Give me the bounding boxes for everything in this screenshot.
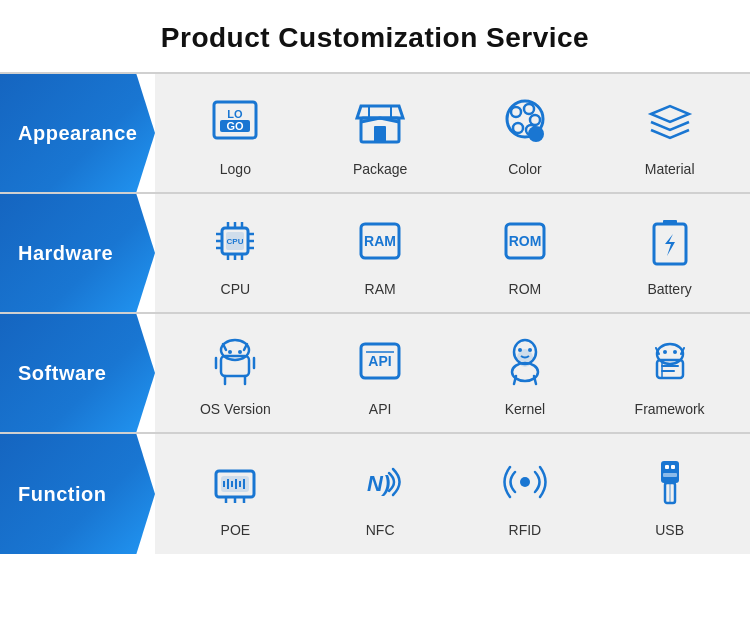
main-grid: Appearance LO GO Logo	[0, 72, 750, 554]
svg-rect-55	[657, 360, 683, 378]
item-usb: USB	[597, 450, 742, 538]
logo-label: Logo	[220, 161, 251, 177]
item-cpu: CPU CPU	[163, 209, 308, 297]
label-hardware-text: Hardware	[18, 242, 113, 265]
ram-icon: RAM	[348, 209, 412, 273]
svg-rect-77	[665, 465, 669, 469]
svg-text:API: API	[368, 353, 391, 369]
material-label: Material	[645, 161, 695, 177]
item-api: API API	[308, 329, 453, 417]
cpu-label: CPU	[221, 281, 251, 297]
rom-label: ROM	[509, 281, 542, 297]
item-battery: Battery	[597, 209, 742, 297]
item-material: Material	[597, 89, 742, 177]
rfid-icon	[493, 450, 557, 514]
nfc-label: NFC	[366, 522, 395, 538]
label-software: Software	[0, 314, 155, 432]
svg-point-14	[528, 126, 544, 142]
svg-point-41	[238, 350, 242, 354]
svg-text:N): N)	[367, 471, 390, 496]
api-label: API	[369, 401, 392, 417]
svg-text:GO: GO	[227, 120, 245, 132]
svg-point-53	[528, 348, 532, 352]
row-software: Software	[0, 314, 750, 434]
poe-label: POE	[221, 522, 251, 538]
package-icon	[348, 89, 412, 153]
items-appearance: LO GO Logo	[155, 74, 750, 192]
svg-point-13	[513, 123, 523, 133]
item-osversion: OS Version	[163, 329, 308, 417]
framework-icon	[638, 329, 702, 393]
item-kernel: Kernel	[453, 329, 598, 417]
label-function: Function	[0, 434, 155, 554]
logo-icon: LO GO	[203, 89, 267, 153]
kernel-label: Kernel	[505, 401, 545, 417]
svg-text:RAM: RAM	[364, 233, 396, 249]
framework-label: Framework	[635, 401, 705, 417]
item-package: Package	[308, 89, 453, 177]
item-framework: Framework	[597, 329, 742, 417]
svg-rect-76	[661, 461, 679, 483]
color-label: Color	[508, 161, 541, 177]
item-nfc: N) NFC	[308, 450, 453, 538]
svg-text:CPU: CPU	[227, 237, 244, 246]
item-ram: RAM RAM	[308, 209, 453, 297]
svg-point-59	[673, 350, 677, 354]
osversion-label: OS Version	[200, 401, 271, 417]
color-icon	[493, 89, 557, 153]
nfc-icon: N)	[348, 450, 412, 514]
item-logo: LO GO Logo	[163, 89, 308, 177]
label-hardware: Hardware	[0, 194, 155, 312]
svg-text:LO: LO	[228, 108, 244, 120]
svg-line-38	[223, 344, 226, 350]
svg-point-10	[524, 104, 534, 114]
svg-point-52	[518, 348, 522, 352]
osversion-icon	[203, 329, 267, 393]
svg-rect-5	[374, 126, 386, 142]
items-function: POE N) NFC	[155, 434, 750, 554]
label-software-text: Software	[18, 362, 106, 385]
row-hardware: Hardware	[0, 194, 750, 314]
label-appearance: Appearance	[0, 74, 155, 192]
cpu-icon: CPU	[203, 209, 267, 273]
label-function-text: Function	[18, 483, 106, 506]
svg-rect-35	[663, 220, 677, 225]
ram-label: RAM	[365, 281, 396, 297]
usb-label: USB	[655, 522, 684, 538]
svg-point-9	[511, 107, 521, 117]
label-appearance-text: Appearance	[18, 122, 138, 145]
kernel-icon	[493, 329, 557, 393]
page-title: Product Customization Service	[0, 0, 750, 72]
package-label: Package	[353, 161, 407, 177]
rom-icon: ROM	[493, 209, 557, 273]
battery-label: Battery	[647, 281, 691, 297]
items-hardware: CPU CPU RAM RAM ROM	[155, 194, 750, 312]
svg-point-40	[228, 350, 232, 354]
material-icon	[638, 89, 702, 153]
svg-rect-79	[663, 473, 677, 477]
svg-rect-78	[671, 465, 675, 469]
row-function: Function	[0, 434, 750, 554]
item-color: Color	[453, 89, 598, 177]
item-rom: ROM ROM	[453, 209, 598, 297]
svg-point-75	[520, 477, 530, 487]
items-software: OS Version API API	[155, 314, 750, 432]
rfid-label: RFID	[509, 522, 542, 538]
poe-icon	[203, 450, 267, 514]
svg-point-58	[663, 350, 667, 354]
item-rfid: RFID	[453, 450, 598, 538]
row-appearance: Appearance LO GO Logo	[0, 74, 750, 194]
svg-text:ROM: ROM	[509, 233, 542, 249]
svg-point-11	[530, 115, 540, 125]
item-poe: POE	[163, 450, 308, 538]
usb-icon	[638, 450, 702, 514]
battery-icon	[638, 209, 702, 273]
api-icon: API	[348, 329, 412, 393]
svg-line-39	[244, 344, 247, 350]
